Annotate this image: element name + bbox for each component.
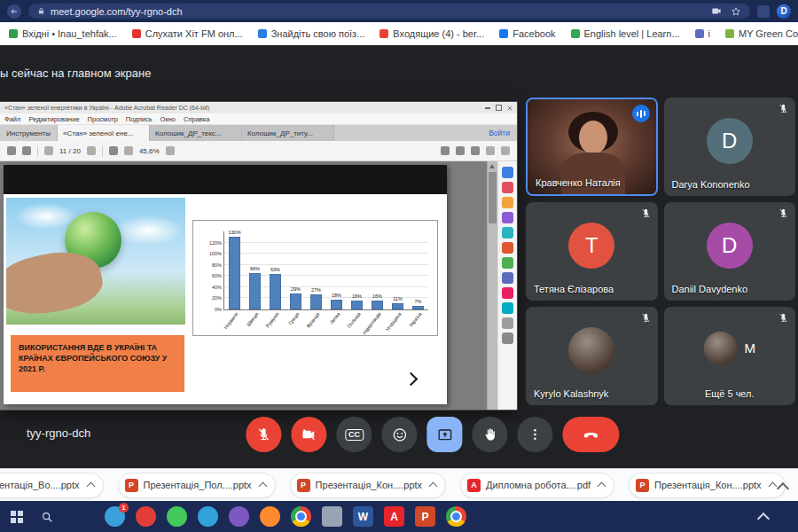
highlight-icon[interactable] <box>456 146 465 155</box>
chrome-icon-2[interactable] <box>446 506 466 527</box>
bookmark-item[interactable]: English level | Learn... <box>571 28 680 39</box>
find-icon[interactable] <box>501 146 510 155</box>
scrollbar[interactable] <box>487 161 497 410</box>
download-filename: Презентація_Кон....pptx <box>316 480 422 490</box>
tools-tab[interactable]: Инструменты <box>0 125 58 141</box>
address-bar[interactable]: meet.google.com/tyy-rgno-dch <box>28 4 750 19</box>
extensions-icon[interactable] <box>757 5 770 18</box>
participant-tile[interactable]: Kyrylo Kalashnyk <box>526 307 658 405</box>
chevron-up-icon[interactable] <box>768 482 777 491</box>
print-icon[interactable] <box>22 146 31 155</box>
participant-tile[interactable]: MЕщё 5 чел. <box>664 307 796 405</box>
acrobat-tool-icon-8[interactable] <box>502 272 513 284</box>
page-down-icon[interactable] <box>87 146 96 155</box>
chevron-up-icon[interactable] <box>429 482 438 491</box>
url-text[interactable]: meet.google.com/tyy-rgno-dch <box>51 6 706 17</box>
edge-icon[interactable]: 1 <box>105 506 125 527</box>
bookmark-item[interactable]: Знайдіть свою поїз... <box>258 28 365 39</box>
menu-item[interactable]: Просмотр <box>88 115 118 123</box>
zoom-in-icon[interactable] <box>166 146 175 155</box>
bookmark-star-icon[interactable] <box>731 6 741 17</box>
word-icon[interactable]: W <box>353 506 373 527</box>
raise-hand-button[interactable] <box>472 417 507 452</box>
comment-icon[interactable] <box>441 146 450 155</box>
camera-button[interactable] <box>291 417 326 452</box>
acrobat-tool-icon-2[interactable] <box>502 182 513 193</box>
acrobat-tool-icon-1[interactable] <box>502 167 513 178</box>
presenting-banner: ы сейчас на главном экране <box>0 66 151 80</box>
maximize-icon[interactable] <box>496 105 502 111</box>
bookmark-item[interactable]: Вхідні • Inau_tehfak... <box>9 28 117 39</box>
download-item[interactable]: PПрезентація_Пол....pptx <box>118 473 276 498</box>
chrome-icon[interactable] <box>291 506 311 527</box>
bookmark-item[interactable]: MY Green Country <box>725 28 798 39</box>
close-icon[interactable] <box>507 106 512 111</box>
download-item[interactable]: AДипломна робота....pdf <box>460 473 614 498</box>
participant-tile[interactable]: Кравченко Наталія <box>526 98 658 196</box>
participant-tile[interactable]: TТетяна Єлізарова <box>526 202 658 301</box>
taskbar-search-icon[interactable] <box>41 511 53 523</box>
menu-item[interactable]: Файл <box>4 115 20 123</box>
back-icon[interactable] <box>7 4 21 19</box>
download-item[interactable]: PПрезентація_Кон....pptx <box>629 473 785 498</box>
acrobat-tool-icon-3[interactable] <box>502 197 513 208</box>
sign-in-button[interactable]: Войти <box>489 129 510 137</box>
y-tick-label: 20% <box>196 295 222 301</box>
share-icon[interactable] <box>486 146 495 155</box>
more-options-button[interactable] <box>517 417 552 452</box>
acrobat-tool-icon-11[interactable] <box>502 317 513 329</box>
bookmark-item[interactable]: i <box>695 28 710 39</box>
acrobat-tool-icon-12[interactable] <box>502 332 513 344</box>
menu-item[interactable]: Редактирование <box>28 115 79 123</box>
scrollbar-thumb[interactable] <box>489 172 497 223</box>
end-call-button[interactable] <box>562 417 619 452</box>
acrobat-tool-icon-4[interactable] <box>502 212 513 223</box>
zoom-out-icon[interactable] <box>124 146 133 155</box>
select-tool-icon[interactable] <box>109 146 118 155</box>
mic-button[interactable] <box>246 417 281 452</box>
firefox-icon[interactable] <box>260 506 280 527</box>
taskbar: 1WAP <box>0 501 798 532</box>
present-button[interactable] <box>426 417 462 452</box>
download-item[interactable]: PПрезентація_Кон....pptx <box>290 473 446 498</box>
opera-icon[interactable] <box>136 506 156 527</box>
telegram-icon[interactable] <box>198 506 218 527</box>
page-up-icon[interactable] <box>44 146 53 155</box>
chevron-up-icon[interactable] <box>258 482 267 491</box>
chevron-up-icon[interactable] <box>598 482 606 491</box>
save-icon[interactable] <box>7 146 16 155</box>
menu-item[interactable]: Подпись <box>126 115 153 123</box>
acrobat-tool-icon-6[interactable] <box>502 242 513 254</box>
reactions-button[interactable] <box>381 417 417 452</box>
document-tab[interactable]: Колошик_ДР_текс... <box>150 125 242 141</box>
captions-button[interactable]: CC <box>336 417 372 452</box>
participant-tile[interactable]: DDarya Kononenko <box>664 98 796 196</box>
camera-in-use-icon[interactable] <box>711 5 723 17</box>
minimize-icon[interactable] <box>485 107 490 109</box>
chevron-up-icon[interactable] <box>86 482 95 491</box>
bookmark-item[interactable]: Слухати Хіт FM онл... <box>132 28 243 39</box>
acrobat-tool-icon-5[interactable] <box>502 227 513 239</box>
bookmark-item[interactable]: Facebook <box>499 28 555 39</box>
powerpoint-icon[interactable]: P <box>415 506 435 527</box>
tray-chevron-icon[interactable] <box>757 512 770 525</box>
scroll-up-icon[interactable] <box>489 164 495 168</box>
menu-item[interactable]: Справка <box>184 115 209 123</box>
next-arrow-icon[interactable] <box>404 372 419 387</box>
acrobat-icon[interactable]: A <box>384 506 404 527</box>
whatsapp-icon[interactable] <box>167 506 187 527</box>
windows-start-icon[interactable] <box>11 511 23 523</box>
acrobat-tool-icon-9[interactable] <box>502 287 513 299</box>
menu-item[interactable]: Окно <box>160 115 176 123</box>
document-tab[interactable]: Колошик_ДР_титу... <box>242 125 334 141</box>
document-tab[interactable]: «Стан» зеленої ене... <box>58 125 150 141</box>
camera-icon[interactable] <box>322 506 342 527</box>
acrobat-tool-icon-7[interactable] <box>502 257 513 269</box>
viber-icon[interactable] <box>229 506 249 527</box>
profile-avatar[interactable]: D <box>777 4 791 19</box>
bookmark-item[interactable]: Входящие (4) - ber... <box>379 28 484 39</box>
signature-icon[interactable] <box>471 146 480 155</box>
download-item[interactable]: Pентація_Во....pptx <box>0 473 104 498</box>
acrobat-tool-icon-10[interactable] <box>502 302 513 314</box>
participant-tile[interactable]: DDaniil Davydenko <box>664 202 796 301</box>
